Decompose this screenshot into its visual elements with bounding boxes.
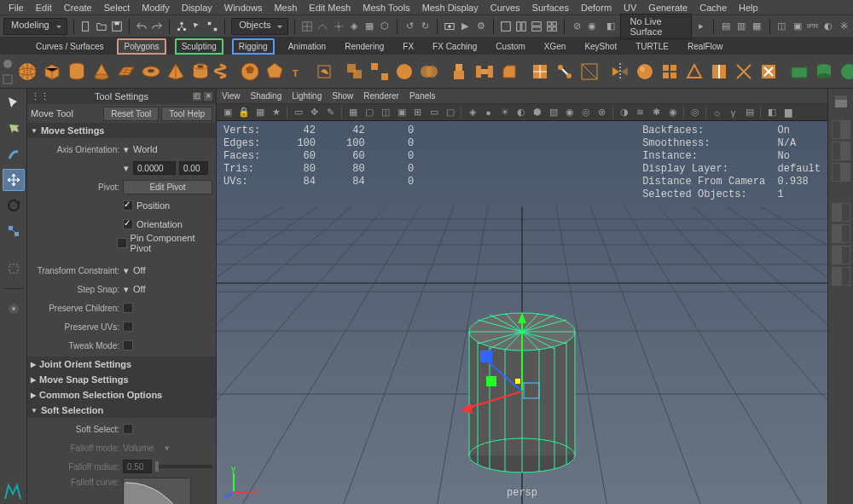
depth-of-field-icon[interactable]: ◉: [665, 105, 680, 119]
render-settings-icon[interactable]: ⚙: [475, 19, 487, 34]
background-color-icon[interactable]: ▆: [780, 105, 795, 119]
snap-view-plane-icon[interactable]: ▦: [363, 19, 375, 34]
lock-camera-icon[interactable]: 🔒: [236, 105, 251, 119]
panel-c-toggle[interactable]: [832, 246, 850, 264]
insert-edge-loop-icon[interactable]: [708, 60, 730, 84]
menu-display[interactable]: Display: [176, 2, 218, 14]
gate-mask-icon[interactable]: ▣: [394, 105, 409, 119]
undock-icon[interactable]: ◰: [193, 92, 201, 101]
redo-icon[interactable]: [151, 19, 163, 34]
section-common-selection[interactable]: ▶Common Selection Options: [27, 387, 216, 403]
render-icon[interactable]: [444, 19, 456, 34]
snap-projected-center-icon[interactable]: ◈: [348, 19, 360, 34]
connect-icon[interactable]: [578, 60, 601, 84]
shelf-tab-polygons[interactable]: Polygons: [117, 38, 165, 55]
field-chart-icon[interactable]: ⊞: [410, 105, 425, 119]
panel-menu-panels[interactable]: Panels: [409, 91, 436, 101]
target-weld-icon[interactable]: [554, 60, 576, 84]
panel-a-toggle[interactable]: [832, 203, 850, 222]
tweak-mode-checkbox[interactable]: [123, 340, 133, 350]
2d-pan-icon[interactable]: ✥: [307, 105, 322, 119]
last-tool[interactable]: [3, 258, 25, 280]
isolate-select-icon[interactable]: ◎: [688, 105, 702, 119]
menu-select[interactable]: Select: [98, 2, 136, 14]
select-by-component-icon[interactable]: [206, 19, 218, 34]
combine-icon[interactable]: [344, 60, 366, 84]
use-default-material-icon[interactable]: ◉: [562, 105, 577, 119]
select-camera-icon[interactable]: ▣: [220, 105, 235, 119]
shelf-tab-animation[interactable]: Animation: [280, 40, 334, 53]
shelf-tab-realflow[interactable]: RealFlow: [679, 40, 732, 53]
preserve-children-checkbox[interactable]: [123, 303, 133, 313]
menu-mesh[interactable]: Mesh: [268, 2, 303, 14]
panel-layout-4-icon[interactable]: [546, 19, 558, 34]
save-scene-icon[interactable]: [111, 19, 123, 34]
menu-deform[interactable]: Deform: [575, 2, 618, 14]
safe-action-icon[interactable]: ▭: [426, 105, 441, 119]
grease-pencil-icon[interactable]: ✎: [323, 105, 338, 119]
poly-pyramid-icon[interactable]: [165, 60, 187, 84]
color-management-icon[interactable]: ◧: [764, 105, 779, 119]
shelf-tab-sculpting[interactable]: Sculpting: [175, 38, 223, 55]
menu-modify[interactable]: Modify: [136, 2, 175, 14]
poly-torus-icon[interactable]: [140, 60, 162, 84]
lasso-tool[interactable]: [3, 118, 25, 140]
image-plane-icon[interactable]: ▭: [291, 105, 305, 119]
select-by-object-icon[interactable]: [191, 19, 203, 34]
safe-title-icon[interactable]: ▢: [443, 105, 457, 119]
toggle-attr-editor-icon[interactable]: ▤: [720, 19, 732, 34]
snap-grid-icon[interactable]: [301, 19, 313, 34]
section-move-snap[interactable]: ▶Move Snap Settings: [27, 372, 216, 387]
soft-select-checkbox[interactable]: [123, 424, 133, 434]
poly-type-icon[interactable]: T: [288, 60, 310, 84]
step-snap-value[interactable]: Off: [133, 284, 145, 294]
panel-menu-shading[interactable]: Shading: [251, 91, 282, 101]
svg-icon[interactable]: [313, 60, 335, 84]
axis-num-1[interactable]: 0.0000: [133, 161, 176, 175]
panel-menu-lighting[interactable]: Lighting: [292, 91, 322, 101]
rotate-tool[interactable]: [3, 194, 25, 217]
orientation-checkbox[interactable]: [123, 219, 133, 229]
section-move-settings[interactable]: ▼Move Settings: [27, 123, 216, 138]
separate-icon[interactable]: [368, 60, 391, 84]
edit-pivot-button[interactable]: Edit Pivot: [123, 180, 212, 194]
xray-joints-icon[interactable]: ⊗: [595, 105, 609, 119]
bevel-icon[interactable]: [498, 60, 520, 84]
film-gate-icon[interactable]: ▢: [362, 105, 376, 119]
paint-select-tool[interactable]: [3, 143, 25, 165]
use-all-lights-icon[interactable]: ☀: [497, 105, 512, 119]
xgen-icon[interactable]: ※: [838, 19, 850, 34]
poly-helix-icon[interactable]: [214, 60, 236, 84]
poly-cone-icon[interactable]: [90, 60, 113, 84]
attr-editor-toggle[interactable]: [832, 120, 850, 139]
sculpt-icon[interactable]: [634, 60, 656, 84]
shelf-tab-xgen[interactable]: XGen: [536, 40, 575, 53]
wire-on-shaded-icon[interactable]: ⬢: [530, 105, 544, 119]
shelf-tab-fxcaching[interactable]: FX Caching: [424, 40, 485, 53]
menu-edit[interactable]: Edit: [30, 2, 58, 14]
shelf-tab-turtle[interactable]: TURTLE: [627, 40, 677, 53]
panel-menu-view[interactable]: View: [222, 91, 241, 101]
panel-menu-renderer[interactable]: Renderer: [363, 91, 399, 101]
history-off-icon[interactable]: ↻: [419, 19, 431, 34]
menu-surfaces[interactable]: Surfaces: [526, 2, 575, 14]
axis-num-2[interactable]: 0.00: [179, 161, 208, 175]
uv-planar-icon[interactable]: [788, 60, 810, 84]
poly-cylinder-icon[interactable]: [66, 60, 88, 84]
soft-mod-tool[interactable]: [3, 298, 25, 320]
panel-menu-show[interactable]: Show: [332, 91, 353, 101]
falloff-curve-graph[interactable]: [123, 478, 191, 504]
panel-b-toggle[interactable]: [832, 224, 850, 243]
shelf-tab-keyshot[interactable]: KeyShot: [576, 40, 625, 53]
menu-generate[interactable]: Generate: [642, 2, 693, 14]
mirror-icon[interactable]: [609, 60, 631, 84]
ipr-label-icon[interactable]: IPR: [807, 19, 819, 34]
pincomponent-checkbox[interactable]: [117, 238, 126, 248]
section-soft-selection[interactable]: ▼Soft Selection: [27, 403, 216, 418]
menu-uv[interactable]: UV: [618, 2, 642, 14]
shelf-tab-curves[interactable]: Curves / Surfaces: [27, 40, 112, 53]
collapse-icon[interactable]: [733, 60, 755, 84]
viewport-cylinder[interactable]: [454, 298, 590, 477]
camera-attrs-icon[interactable]: ▦: [252, 105, 267, 119]
symmetry-icon[interactable]: ◧: [605, 19, 617, 34]
